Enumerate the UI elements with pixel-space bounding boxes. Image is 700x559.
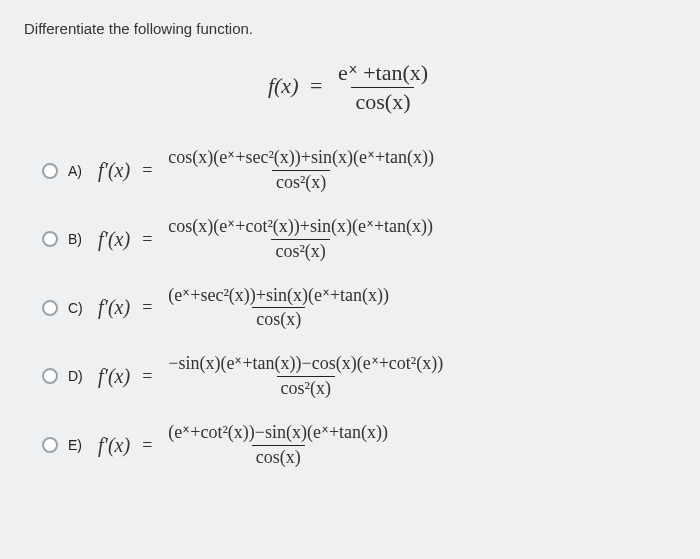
numerator: −sin(x)(eˣ+tan(x))−cos(x)(eˣ+cot²(x)) [164, 354, 447, 376]
radio-icon[interactable] [42, 163, 58, 179]
options-list: A) f′(x) = cos(x)(eˣ+sec²(x))+sin(x)(eˣ+… [24, 148, 676, 467]
fraction: (eˣ+cot²(x))−sin(x)(eˣ+tan(x)) cos(x) [164, 423, 392, 468]
numerator: (eˣ+sec²(x))+sin(x)(eˣ+tan(x)) [164, 286, 393, 308]
fx-label: f(x) [268, 73, 299, 98]
option-formula: f′(x) = (eˣ+cot²(x))−sin(x)(eˣ+tan(x)) c… [98, 423, 392, 468]
equals-sign: = [310, 73, 322, 98]
lhs: f′(x) [98, 434, 130, 457]
lhs: f′(x) [98, 159, 130, 182]
main-formula: f(x) = eˣ +tan(x) cos(x) [24, 61, 676, 114]
numerator: cos(x)(eˣ+sec²(x))+sin(x)(eˣ+tan(x)) [164, 148, 438, 170]
lhs: f′(x) [98, 296, 130, 319]
equals-sign: = [142, 366, 152, 387]
equals-sign: = [142, 435, 152, 456]
lhs: f′(x) [98, 365, 130, 388]
equals-sign: = [142, 229, 152, 250]
option-b[interactable]: B) f′(x) = cos(x)(eˣ+cot²(x))+sin(x)(eˣ+… [42, 217, 676, 262]
denominator: cos(x) [252, 445, 305, 468]
main-denominator: cos(x) [351, 87, 414, 114]
numerator: cos(x)(eˣ+cot²(x))+sin(x)(eˣ+tan(x)) [164, 217, 437, 239]
option-label: E) [68, 437, 88, 453]
denominator: cos²(x) [272, 170, 330, 193]
radio-icon[interactable] [42, 231, 58, 247]
option-c[interactable]: C) f′(x) = (eˣ+sec²(x))+sin(x)(eˣ+tan(x)… [42, 286, 676, 331]
option-formula: f′(x) = (eˣ+sec²(x))+sin(x)(eˣ+tan(x)) c… [98, 286, 393, 331]
denominator: cos²(x) [277, 376, 335, 399]
option-d[interactable]: D) f′(x) = −sin(x)(eˣ+tan(x))−cos(x)(eˣ+… [42, 354, 676, 399]
option-label: B) [68, 231, 88, 247]
radio-icon[interactable] [42, 437, 58, 453]
option-label: C) [68, 300, 88, 316]
option-formula: f′(x) = cos(x)(eˣ+cot²(x))+sin(x)(eˣ+tan… [98, 217, 437, 262]
option-e[interactable]: E) f′(x) = (eˣ+cot²(x))−sin(x)(eˣ+tan(x)… [42, 423, 676, 468]
equals-sign: = [142, 160, 152, 181]
fraction: cos(x)(eˣ+sec²(x))+sin(x)(eˣ+tan(x)) cos… [164, 148, 438, 193]
main-fraction: eˣ +tan(x) cos(x) [334, 61, 432, 114]
fraction: −sin(x)(eˣ+tan(x))−cos(x)(eˣ+cot²(x)) co… [164, 354, 447, 399]
question-prompt: Differentiate the following function. [24, 20, 676, 37]
option-formula: f′(x) = cos(x)(eˣ+sec²(x))+sin(x)(eˣ+tan… [98, 148, 438, 193]
denominator: cos(x) [252, 307, 305, 330]
radio-icon[interactable] [42, 300, 58, 316]
equals-sign: = [142, 297, 152, 318]
denominator: cos²(x) [271, 239, 329, 262]
option-formula: f′(x) = −sin(x)(eˣ+tan(x))−cos(x)(eˣ+cot… [98, 354, 447, 399]
option-label: A) [68, 163, 88, 179]
numerator: (eˣ+cot²(x))−sin(x)(eˣ+tan(x)) [164, 423, 392, 445]
main-numerator: eˣ +tan(x) [334, 61, 432, 87]
option-a[interactable]: A) f′(x) = cos(x)(eˣ+sec²(x))+sin(x)(eˣ+… [42, 148, 676, 193]
fraction: (eˣ+sec²(x))+sin(x)(eˣ+tan(x)) cos(x) [164, 286, 393, 331]
lhs: f′(x) [98, 228, 130, 251]
radio-icon[interactable] [42, 368, 58, 384]
fraction: cos(x)(eˣ+cot²(x))+sin(x)(eˣ+tan(x)) cos… [164, 217, 437, 262]
option-label: D) [68, 368, 88, 384]
